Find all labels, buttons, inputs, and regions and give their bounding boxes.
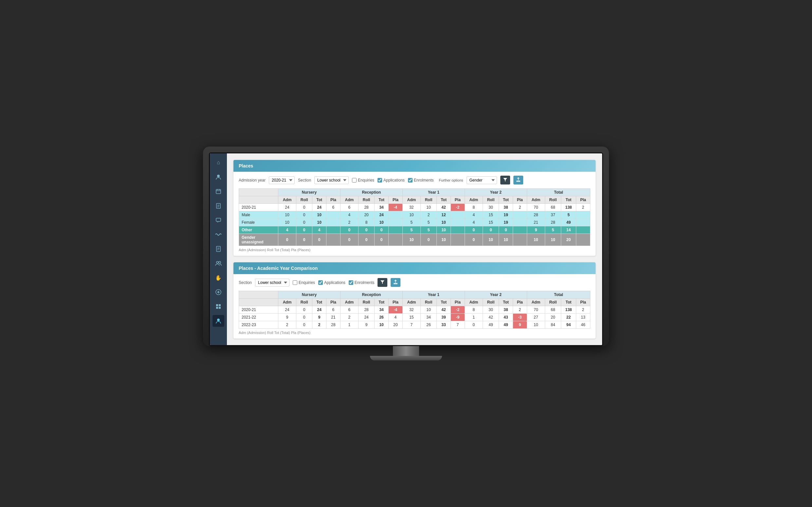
comparison-enrolments-group: Enrolments [349,280,374,285]
comparison-applications-checkbox[interactable] [318,280,323,285]
year1-adm: Adm [402,196,420,204]
svg-rect-19 [216,304,218,306]
places-card: Places Admission year 2020-21 2021-22 20… [234,160,596,256]
enrolments-group: Enrolments [408,178,434,182]
person-icon[interactable] [212,315,224,327]
reception-tot: Tot [374,196,389,204]
places-table-note: Adm (Admission) Roll Tot (Total) Pla (Pl… [239,248,590,252]
total-header: Total [527,189,590,196]
home-icon[interactable]: ⌂ [212,157,224,168]
comparison-enrolments-label: Enrolments [355,280,374,285]
upload-button[interactable] [513,176,523,184]
reception-roll: Roll [358,196,374,204]
comp-total-header: Total [527,291,590,299]
wave-icon[interactable] [212,229,224,240]
comparison-applications-group: Applications [318,280,345,285]
applications-checkbox[interactable] [377,178,382,182]
total-adm: Adm [527,196,545,204]
table-row: Other 4 0 4 0 0 0 5 [239,226,590,234]
main-content: Places Admission year 2020-21 2021-22 20… [227,154,602,345]
comparison-section-select[interactable]: Lower school Upper school All [255,279,290,287]
row-label: Male [239,211,278,219]
comparison-title-bold: Academic Year Comparison [257,266,318,271]
enquiries-checkbox[interactable] [352,178,357,182]
row-label: 2020-21 [239,204,278,211]
message-icon[interactable] [212,214,224,226]
total-roll: Roll [545,196,561,204]
comparison-enquiries-group: Enquiries [293,280,315,285]
gender-select[interactable]: Gender Year group None [467,176,497,184]
empty-header [239,189,278,196]
comparison-enquiries-label: Enquiries [299,280,315,285]
grid-icon[interactable] [212,300,224,313]
nursery-roll: Roll [296,196,312,204]
enquiries-group: Enquiries [352,178,374,182]
table-row: Female 10 0 10 2 8 10 5 [239,219,590,226]
comparison-card-header: Places - Academic Year Comparison [234,262,596,274]
comparison-upload-button[interactable] [391,278,400,287]
svg-rect-9 [216,218,221,221]
table-row: Gender unassigned 0 0 0 0 0 0 10 [239,234,590,246]
further-options-label: Further options [439,178,463,182]
calendar-icon[interactable] [212,185,224,197]
stand-base [370,356,442,360]
report-icon[interactable] [212,200,224,212]
applications-label: Applications [384,178,405,182]
table-row: 2022-23 20228 191020 726337 049499 10849… [239,321,590,329]
places-card-body: Admission year 2020-21 2021-22 2022-23 S… [234,172,596,256]
admission-year-label: Admission year [239,178,265,182]
document-icon[interactable] [212,243,224,255]
row-label-header [239,196,278,204]
svg-point-15 [219,261,221,263]
comparison-enrolments-checkbox[interactable] [349,280,353,285]
comp-empty-header [239,291,278,299]
year1-roll: Roll [420,196,437,204]
enquiries-label: Enquiries [358,178,374,182]
comp-nursery-header: Nursery [278,291,341,299]
applications-group: Applications [377,178,405,182]
comparison-section-label: Section [239,280,252,285]
total-pla: Pla [576,196,590,204]
comparison-title: Places - Academic Year Comparison [239,266,318,271]
year2-header: Year 2 [465,189,527,196]
year2-roll: Roll [483,196,499,204]
comparison-table: Nursery Reception Year 1 Year 2 Total Ad… [239,291,590,329]
year2-tot: Tot [499,196,513,204]
reception-pla: Pla [388,196,402,204]
nursery-header: Nursery [278,189,341,196]
year1-pla: Pla [451,196,465,204]
svg-rect-21 [216,307,218,309]
total-tot: Tot [561,196,576,204]
enrolments-label: Enrolments [414,178,434,182]
section-label: Section [298,178,311,182]
section-select[interactable]: Lower school Upper school All [314,176,349,184]
row-label: Other [239,226,278,234]
filter-button[interactable] [500,176,510,184]
hand-icon[interactable]: ✋ [212,272,224,284]
comparison-applications-label: Applications [324,280,345,285]
svg-point-0 [217,175,220,177]
nursery-adm: Adm [278,196,296,204]
comp-year1-header: Year 1 [402,291,465,299]
comparison-enquiries-checkbox[interactable] [293,280,297,285]
places-title: Places [239,163,253,168]
people-icon[interactable] [212,258,224,269]
plus-icon[interactable] [212,286,224,298]
enrolments-checkbox[interactable] [408,178,413,182]
svg-rect-1 [216,189,221,193]
stand-neck [393,346,419,356]
reception-header: Reception [340,189,402,196]
year1-tot: Tot [437,196,451,204]
nursery-pla: Pla [326,196,340,204]
comp-year2-header: Year 2 [465,291,527,299]
row-label: Gender unassigned [239,234,278,246]
reception-adm: Adm [340,196,358,204]
year1-header: Year 1 [402,189,465,196]
svg-rect-20 [219,304,221,306]
comparison-filter-button[interactable] [377,278,387,287]
admission-year-select[interactable]: 2020-21 2021-22 2022-23 [269,176,295,184]
row-label: Female [239,219,278,226]
monitor-stand [370,346,442,360]
comp-row-label-header [239,299,278,306]
user-icon[interactable] [212,171,224,183]
